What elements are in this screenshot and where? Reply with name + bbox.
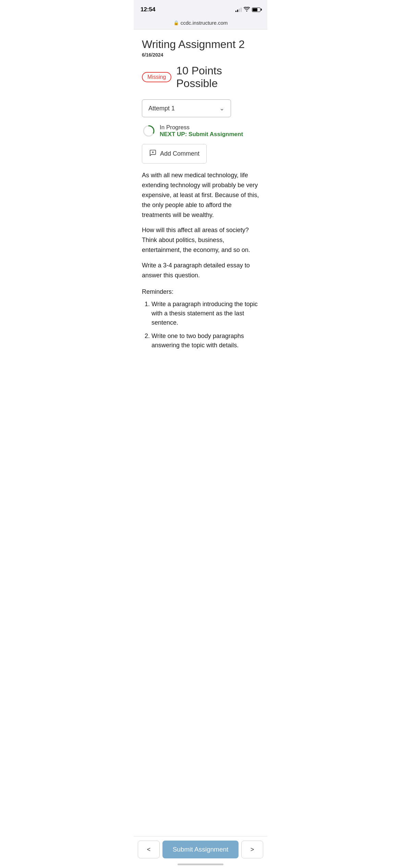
reminders-label: Reminders:	[142, 288, 259, 296]
attempt-dropdown[interactable]: Attempt 1 ⌄	[142, 99, 231, 117]
points-row: Missing 10 Points Possible	[142, 64, 259, 90]
next-up-text: NEXT UP: Submit Assignment	[160, 131, 243, 138]
lock-icon: 🔒	[173, 20, 179, 25]
browser-url: 🔒 ccdc.instructure.com	[139, 20, 262, 26]
list-item: Write a paragraph introducing the topic …	[151, 300, 259, 327]
battery-icon	[252, 8, 260, 12]
points-text: 10 Points Possible	[176, 64, 259, 90]
reminders-section: Reminders: Write a paragraph introducing…	[142, 288, 259, 350]
missing-badge: Missing	[142, 72, 171, 82]
progress-text: In Progress NEXT UP: Submit Assignment	[160, 124, 243, 138]
essay-content: As with all new medical technology, life…	[142, 170, 259, 280]
status-icons	[235, 7, 260, 13]
essay-paragraph-1: As with all new medical technology, life…	[142, 170, 259, 220]
chevron-down-icon: ⌄	[219, 105, 224, 112]
assignment-date: 6/16/2024	[142, 52, 259, 58]
progress-row: In Progress NEXT UP: Submit Assignment	[142, 124, 259, 138]
signal-icon	[235, 7, 242, 12]
reminders-list: Write a paragraph introducing the topic …	[142, 300, 259, 350]
attempt-label: Attempt 1	[148, 105, 175, 112]
progress-circle	[142, 124, 156, 138]
add-comment-label: Add Comment	[160, 150, 199, 157]
add-comment-button[interactable]: Add Comment	[142, 144, 207, 164]
browser-url-text: ccdc.instructure.com	[181, 20, 228, 26]
comment-icon	[149, 149, 157, 158]
list-item: Write one to two body paragraphs answeri…	[151, 331, 259, 350]
essay-paragraph-2: How will this affect all areas of societ…	[142, 225, 259, 255]
wifi-icon	[244, 7, 250, 13]
assignment-title: Writing Assignment 2	[142, 38, 259, 51]
main-content: Writing Assignment 2 6/16/2024 Missing 1…	[134, 29, 267, 390]
status-time: 12:54	[141, 6, 155, 13]
browser-bar: 🔒 ccdc.instructure.com	[134, 17, 267, 29]
in-progress-status: In Progress	[160, 124, 243, 131]
essay-paragraph-3: Write a 3-4 paragraph detailed essay to …	[142, 261, 259, 280]
status-bar: 12:54	[134, 0, 267, 17]
